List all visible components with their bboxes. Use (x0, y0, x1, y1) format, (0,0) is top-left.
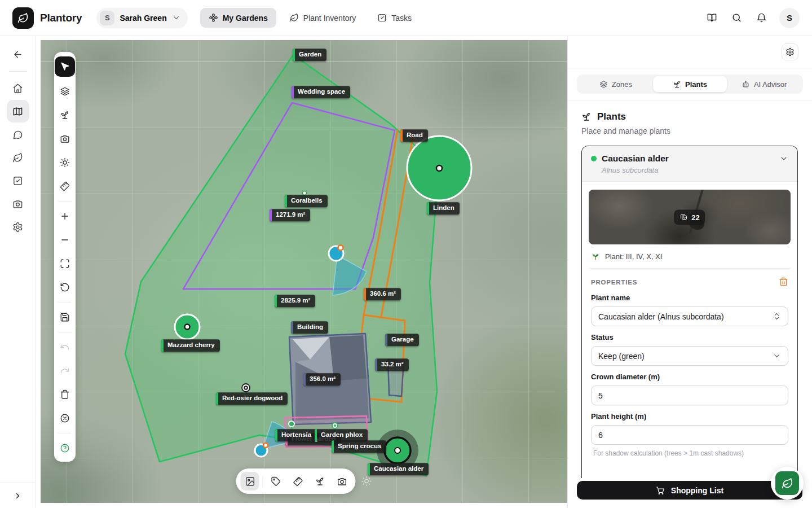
map-tool-cursor[interactable] (55, 56, 75, 77)
tab-zones[interactable]: Zones (579, 76, 653, 92)
panel-header (568, 36, 812, 68)
status-select[interactable]: Keep (green) (591, 346, 788, 366)
tab-ai-advisor[interactable]: AI Advisor (727, 76, 801, 92)
tab-plants[interactable]: Plants (653, 76, 727, 92)
map-label-2825-9-m[interactable]: 2825.9 m² (275, 295, 315, 307)
panel-settings-button[interactable] (782, 43, 798, 60)
map-label-1271-9-m[interactable]: 1271.9 m² (270, 209, 310, 221)
map-label-garden[interactable]: Garden (293, 49, 326, 61)
map-tool-rotate-ccw[interactable] (56, 278, 74, 296)
card-collapse-button[interactable] (779, 154, 788, 163)
delete-plant-button[interactable] (779, 277, 788, 287)
map-label-garage[interactable]: Garage (385, 334, 419, 346)
plant-height-field: Plant height (m) For shadow calculation … (589, 405, 791, 457)
plant-months: Plant: III, IV, X, XI (605, 252, 662, 261)
layers-icon (599, 80, 608, 89)
map-tool-minus[interactable] (56, 231, 74, 249)
sidebar-item-check-square[interactable] (7, 169, 29, 192)
sidebar-item-chat[interactable] (7, 123, 29, 146)
map-quick-tool-camera[interactable] (333, 472, 351, 491)
plant-card-header[interactable]: Caucasian alder Alnus subcordata (582, 146, 797, 182)
sidebar-item-gear[interactable] (7, 216, 29, 238)
plant-height-hint: For shadow calculation (trees > 1m cast … (591, 449, 788, 457)
map-label-mazzard-cherry[interactable]: Mazzard cherry (161, 339, 220, 352)
trash-icon (779, 277, 788, 287)
zone-garden[interactable] (125, 55, 439, 476)
sidebar-expand-button[interactable] (7, 483, 29, 508)
map-tool-camera[interactable] (56, 130, 74, 148)
back-button[interactable] (7, 43, 29, 65)
user-avatar: S (100, 11, 114, 25)
map-label-red-osier-dogwood[interactable]: Red-osier dogwood (216, 392, 288, 405)
map-tool-maximize[interactable] (56, 255, 74, 273)
photo-count: 22 (691, 213, 699, 221)
ruler-icon (60, 181, 70, 191)
nav-item-label: Tasks (391, 14, 412, 23)
map-tool-save[interactable] (56, 308, 74, 326)
map-tool-layers[interactable] (56, 82, 74, 100)
sidebar-item-camera[interactable] (7, 192, 29, 215)
map-label-road[interactable]: Road (400, 129, 428, 142)
nav-item-tasks[interactable]: Tasks (369, 8, 420, 28)
chevron-down-icon (172, 14, 180, 22)
garden-map-canvas[interactable]: GardenWedding spaceRoadLindenCoralbells1… (41, 40, 567, 503)
search-button[interactable] (726, 8, 747, 28)
map-quick-tool-tag[interactable] (267, 472, 285, 491)
rotate-ccw-icon (60, 282, 70, 292)
map-tool-trash[interactable] (56, 386, 74, 404)
plant-name-label: Plant name (591, 294, 788, 302)
map-label-hortensia[interactable]: Hortensia (275, 429, 316, 441)
shopping-list-button[interactable]: Shopping List (577, 481, 802, 500)
chevron-down-icon (779, 154, 788, 163)
map-quick-tool-sprout[interactable] (311, 472, 329, 491)
book-open-button[interactable] (701, 8, 722, 28)
right-panel: ZonesPlantsAI Advisor Plants Place and m… (567, 36, 812, 508)
toolbar-divider (263, 475, 263, 488)
user-switcher[interactable]: S Sarah Green (96, 8, 187, 28)
profile-avatar[interactable]: S (779, 8, 800, 28)
plant-name-select[interactable]: Caucasian alder (Alnus subcordata) (591, 306, 788, 326)
map-label-33-2-m[interactable]: 33.2 m² (375, 358, 409, 371)
map-tool-ruler[interactable] (56, 177, 74, 195)
nav-item-plant-inventory[interactable]: Plant Inventory (281, 8, 364, 28)
map-label-coralbells[interactable]: Coralbells (285, 195, 328, 207)
bell-button[interactable] (751, 8, 771, 28)
sidebar-item-home[interactable] (7, 77, 29, 99)
nav-item-label: Plant Inventory (303, 14, 356, 23)
map-tool-sprout[interactable] (56, 106, 74, 124)
panel-title: Plants (597, 111, 626, 122)
map-label-building[interactable]: Building (291, 321, 328, 334)
photo-count-badge[interactable]: 22 (674, 209, 705, 225)
sidebar-item-map[interactable] (7, 100, 29, 122)
sidebar-item-leaf[interactable] (7, 146, 29, 169)
map-quick-tool-image[interactable] (241, 472, 259, 491)
map-tool-redo[interactable] (56, 362, 74, 380)
map-quick-tool-ruler[interactable] (289, 472, 307, 491)
map-tool-undo[interactable] (56, 338, 74, 356)
chevrons-up-down-icon (773, 312, 781, 321)
map-tool-sun[interactable] (56, 154, 74, 172)
map-tool-circle-x[interactable] (56, 409, 74, 427)
map-label-356-0-m[interactable]: 356.0 m² (303, 373, 341, 386)
assistant-fab[interactable] (771, 467, 804, 500)
status-dot (591, 156, 597, 161)
map-tool-help-circle[interactable] (56, 439, 74, 457)
map-label-linden[interactable]: Linden (427, 202, 460, 214)
plant-height-input[interactable] (598, 431, 781, 440)
maximize-icon (60, 259, 70, 269)
nav-item-my-gardens[interactable]: My Gardens (200, 8, 276, 28)
main-nav: My GardensPlant InventoryTasks (200, 8, 420, 28)
crown-diameter-input[interactable] (598, 391, 781, 400)
top-navbar: Plantory S Sarah Green My GardensPlant I… (0, 0, 812, 36)
flower-icon (209, 13, 218, 23)
sidebar-divider (10, 71, 27, 72)
tab-label: Zones (612, 80, 632, 89)
map-label-spring-crocus[interactable]: Spring crocus (332, 440, 386, 453)
map-label-360-6-m[interactable]: 360.6 m² (364, 288, 401, 300)
undo-icon (60, 342, 70, 352)
plant-photo[interactable]: 22 (589, 190, 791, 244)
map-label-wedding-space[interactable]: Wedding space (292, 86, 350, 98)
map-tool-plus[interactable] (56, 207, 74, 225)
map-label-garden-phlox[interactable]: Garden phlox (315, 429, 368, 441)
map-label-caucasian-alder[interactable]: Caucasian alder (368, 463, 429, 475)
